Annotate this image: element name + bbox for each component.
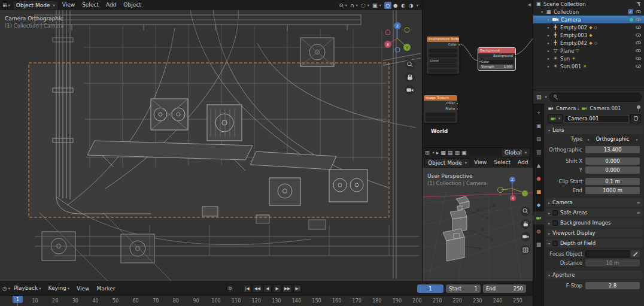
id-type-button[interactable]: ▾ xyxy=(548,114,563,123)
node-menu[interactable] xyxy=(429,63,457,68)
editor-type-icon[interactable]: ▤ xyxy=(536,94,542,100)
panel-header-safe-areas[interactable]: ▸ Safe Areas ≡ xyxy=(546,208,643,217)
breadcrumb-item-data[interactable]: Camera.001 xyxy=(590,105,621,111)
mode-select[interactable]: Object Mode ▾ xyxy=(13,1,59,10)
outliner-row-empty-042[interactable]: ▸ ╋ Empty.042 ◆ ◇ xyxy=(533,39,644,47)
next-keyframe-button[interactable]: ▶▶ xyxy=(282,284,292,293)
panel-menu-icon[interactable]: ≡ xyxy=(636,200,640,205)
tab-render[interactable]: ▣ xyxy=(533,119,544,132)
filter-icon[interactable] xyxy=(636,1,642,7)
pin-icon[interactable] xyxy=(636,105,641,112)
socket-icon[interactable] xyxy=(514,55,517,57)
tab-scene[interactable]: ▲ xyxy=(533,159,544,172)
tab-tool[interactable]: + xyxy=(533,106,544,119)
jump-to-end-button[interactable]: ▶| xyxy=(293,284,302,293)
move-view-icon[interactable] xyxy=(521,219,530,229)
view-toggle-icon[interactable]: ▥ xyxy=(454,150,460,156)
background-images-checkbox[interactable] xyxy=(552,220,558,226)
fake-user-button[interactable] xyxy=(630,114,641,123)
mode-select[interactable]: Object Mode ▾ xyxy=(424,158,470,168)
hide-eye-icon[interactable] xyxy=(636,56,642,62)
panel-header-background-images[interactable]: ▸ Background Images xyxy=(546,219,643,227)
disclosure-closed-icon[interactable]: ▸ xyxy=(546,41,551,45)
socket-icon[interactable] xyxy=(458,44,460,46)
panel-menu-icon[interactable]: ≡ xyxy=(636,210,640,216)
shading-rendered-button[interactable]: ◑ xyxy=(408,2,415,9)
zoom-icon[interactable] xyxy=(521,207,530,216)
tab-modifiers[interactable]: ◆ xyxy=(533,198,544,211)
hide-eye-icon[interactable] xyxy=(636,17,642,23)
shift-x-field[interactable]: 0.000 xyxy=(585,157,640,165)
node-background[interactable]: Background Background Color Strength1.00… xyxy=(478,47,516,71)
jump-to-start-button[interactable]: |◀ xyxy=(243,284,251,293)
outliner-row-empty-003[interactable]: ▸ ╋ Empty.003 ◆ xyxy=(533,31,644,39)
node-menu-interpolation[interactable]: Linear xyxy=(429,59,457,63)
current-frame-field[interactable]: 1 xyxy=(417,284,443,293)
view-toggle-icon[interactable]: ▣ xyxy=(461,150,467,156)
tab-view-layer[interactable]: ▥ xyxy=(533,146,544,159)
shading-material-button[interactable]: ◐ xyxy=(400,2,407,9)
editor-type-icon[interactable]: ◷ xyxy=(2,286,7,292)
menu-object[interactable]: Object xyxy=(120,0,144,10)
panel-header-viewport-display[interactable]: ▸ Viewport Display xyxy=(546,229,643,237)
panel-header-aperture[interactable]: ▾ Aperture xyxy=(546,271,643,279)
menu-marker[interactable]: Marker xyxy=(93,284,119,294)
prev-keyframe-button[interactable]: ◀◀ xyxy=(253,284,262,293)
outliner-row-sun[interactable]: ▸ ☀ Sun ☀ xyxy=(533,54,644,62)
hide-eye-icon[interactable] xyxy=(636,63,642,69)
orthographic-scale-field[interactable]: 13.400 xyxy=(585,146,640,153)
tab-texture[interactable]: ▩ xyxy=(533,238,544,251)
move-view-icon[interactable] xyxy=(405,72,415,83)
clip-end-field[interactable]: 1000 m xyxy=(585,187,640,194)
safe-areas-checkbox[interactable] xyxy=(552,210,558,216)
menu-view[interactable]: View xyxy=(470,157,490,168)
menu-view[interactable]: View xyxy=(73,284,93,294)
collapse-panel-icon[interactable]: ◀ xyxy=(528,2,531,7)
disclosure-closed-icon[interactable]: ▸ xyxy=(546,33,551,37)
outliner-row-scene-collection[interactable]: ▣ Scene Collection xyxy=(533,0,644,8)
play-button[interactable]: ▶ xyxy=(273,284,281,293)
fstop-field[interactable]: 2.8 xyxy=(585,282,640,289)
node-field[interactable] xyxy=(426,113,455,117)
node-environment-texture[interactable]: Environment Texture Color Linear xyxy=(426,36,460,74)
menu-add[interactable]: Add xyxy=(514,157,531,168)
node-field[interactable] xyxy=(429,53,457,57)
grid-toggle-icon[interactable] xyxy=(521,245,530,255)
zoom-icon[interactable] xyxy=(405,60,415,70)
shading-wireframe-button[interactable]: ○ xyxy=(384,2,391,9)
pivot-point-control[interactable]: ⊙ ▾ xyxy=(339,2,347,8)
tab-material[interactable]: ◍ xyxy=(533,225,544,238)
shading-solid-button[interactable]: ● xyxy=(392,2,399,9)
disclosure-closed-icon[interactable]: ▸ xyxy=(546,56,551,60)
shift-y-field[interactable]: 0.000 xyxy=(585,166,640,174)
collection-checkbox[interactable]: ✓ xyxy=(628,9,633,14)
breadcrumb-item-object[interactable]: Camera xyxy=(556,105,576,111)
menu-view[interactable]: View xyxy=(59,0,78,10)
disclosure-closed-icon[interactable]: ▸ xyxy=(546,49,551,53)
menu-select[interactable]: Select xyxy=(78,0,102,10)
hide-eye-icon[interactable] xyxy=(636,48,642,54)
node-input-strength[interactable]: Strength1.000 xyxy=(480,65,514,69)
view-toggle-icon[interactable]: ▦ xyxy=(441,150,446,156)
depth-of-field-checkbox[interactable] xyxy=(552,241,558,246)
panel-header-depth-of-field[interactable]: ▾ Depth of Field xyxy=(546,239,643,247)
menu-select[interactable]: Select xyxy=(490,157,514,168)
tab-object[interactable]: ■ xyxy=(533,185,544,198)
node-image-texture[interactable]: Image Texture Color Alpha xyxy=(423,95,458,123)
hide-eye-icon[interactable] xyxy=(636,40,642,46)
eyedropper-button[interactable] xyxy=(631,250,640,257)
node-field[interactable] xyxy=(426,117,455,122)
node-field[interactable] xyxy=(429,49,457,53)
node-menu[interactable] xyxy=(429,69,457,73)
hide-eye-icon[interactable] xyxy=(636,25,642,31)
socket-icon[interactable] xyxy=(479,66,481,68)
disclosure-closed-icon[interactable]: ▸ xyxy=(546,25,551,29)
menu-playback[interactable]: Playback▾ xyxy=(10,283,44,294)
outliner-row-plane[interactable]: ▸ ▽ Plane ▽ xyxy=(533,47,644,54)
lens-type-select[interactable]: Orthographic xyxy=(585,135,640,143)
tab-world[interactable]: ● xyxy=(533,172,544,185)
tab-camera-data[interactable] xyxy=(533,211,544,225)
menu-add[interactable]: Add xyxy=(102,0,120,10)
outliner-row-empty-002[interactable]: ▸ ╋ Empty.002 ◆ ◇ xyxy=(533,23,644,31)
clip-start-field[interactable]: 0.1 m xyxy=(585,178,640,185)
